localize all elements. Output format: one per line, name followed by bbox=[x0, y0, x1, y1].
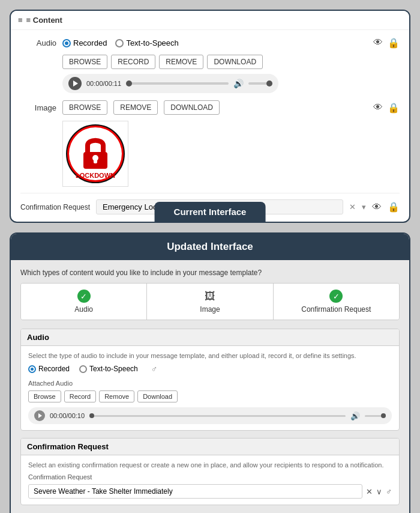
audio-type-button[interactable]: ✓ Audio bbox=[21, 284, 147, 320]
question-text: Which types of content would you like to… bbox=[20, 269, 400, 277]
image-placeholder-icon: 🖼 bbox=[203, 290, 217, 303]
audio-player: 00:00/00:11 🔊 bbox=[62, 74, 278, 93]
volume-icon[interactable]: 🔊 bbox=[233, 79, 244, 88]
remove-audio-button[interactable]: REMOVE bbox=[159, 55, 203, 69]
cf-input-row: Severe Weather - Take Shelter Immediatel… bbox=[28, 484, 392, 499]
radio-recorded-dot bbox=[62, 39, 71, 47]
updated-radio-tts[interactable]: Text-to-Speech bbox=[79, 365, 138, 373]
radio-tts-dot bbox=[115, 39, 124, 47]
radio-tts-label: Text-to-Speech bbox=[126, 38, 178, 47]
volume-dot bbox=[266, 80, 272, 87]
updated-remove-button[interactable]: Remove bbox=[99, 390, 134, 402]
audio-check-icon: ✓ bbox=[77, 290, 91, 303]
confirmation-check-icon: ✓ bbox=[329, 290, 343, 303]
audio-section-title: Audio bbox=[21, 329, 399, 346]
lockdown-image: LOCKDOWN bbox=[62, 121, 128, 187]
updated-radio-row: Recorded Text-to-Speech ♂ bbox=[28, 364, 392, 374]
cf-field-label: Confirmation Request bbox=[28, 473, 392, 481]
download-audio-button[interactable]: DOWNLOAD bbox=[207, 55, 263, 69]
play-button[interactable] bbox=[68, 77, 82, 90]
remove-image-button[interactable]: REMOVE bbox=[113, 100, 158, 115]
image-lock-icon[interactable]: 🔒 bbox=[388, 102, 400, 114]
cf-arrow-icon[interactable]: ▾ bbox=[362, 202, 366, 211]
download-image-button[interactable]: DOWNLOAD bbox=[164, 100, 220, 115]
progress-dot bbox=[126, 80, 132, 87]
browse-image-button[interactable]: BROWSE bbox=[62, 100, 107, 115]
audio-radio-group: Recorded Text-to-Speech bbox=[62, 38, 179, 47]
content-type-row: ✓ Audio 🖼 Image ✓ Confirmation Request bbox=[20, 283, 400, 320]
audio-section: Audio Select the type of audio to includ… bbox=[20, 329, 400, 431]
confirmation-type-button[interactable]: ✓ Confirmation Request bbox=[274, 284, 399, 320]
updated-browse-button[interactable]: Browse bbox=[28, 390, 61, 402]
updated-record-button[interactable]: Record bbox=[64, 390, 96, 402]
updated-progress-dot bbox=[89, 413, 94, 418]
current-interface-panel: ≡ ≡ Content Audio Recorded Text-to-Speec… bbox=[10, 10, 410, 223]
image-eye-icon[interactable]: 👁 bbox=[373, 102, 383, 114]
record-button[interactable]: RECORD bbox=[111, 55, 155, 69]
attached-audio-label: Attached Audio bbox=[28, 380, 392, 387]
volume-slider[interactable] bbox=[248, 82, 272, 85]
cf-field-value[interactable]: Severe Weather - Take Shelter Immediatel… bbox=[28, 484, 362, 499]
radio-recorded-label: Recorded bbox=[73, 38, 107, 47]
updated-volume-icon[interactable]: 🔊 bbox=[350, 411, 360, 420]
updated-audio-player: 00:00/00:10 🔊 bbox=[28, 407, 392, 424]
updated-radio-recorded-dot bbox=[28, 365, 36, 373]
cf-lock-icon[interactable]: 🔒 bbox=[388, 201, 400, 213]
lockdown-svg: LOCKDOWN bbox=[65, 124, 125, 184]
updated-btn-row: Browse Record Remove Download bbox=[28, 390, 392, 402]
updated-radio-recorded-label: Recorded bbox=[38, 365, 70, 373]
current-interface-badge: Current Interface bbox=[155, 202, 266, 222]
confirmation-section: Confirmation Request Select an existing … bbox=[20, 438, 400, 505]
audio-section-desc: Select the type of audio to include in y… bbox=[28, 352, 392, 359]
updated-header: Updated Interface bbox=[11, 234, 409, 260]
updated-audio-time: 00:00/00:10 bbox=[50, 412, 85, 419]
image-type-button[interactable]: 🖼 Image bbox=[147, 284, 273, 320]
radio-tts[interactable]: Text-to-Speech bbox=[115, 38, 178, 47]
svg-rect-4 bbox=[94, 158, 97, 163]
updated-radio-recorded[interactable]: Recorded bbox=[28, 365, 70, 373]
cf-record-icon[interactable]: ♂ bbox=[386, 487, 392, 496]
updated-volume-slider[interactable] bbox=[365, 415, 386, 417]
panel-title: ≡ Content bbox=[26, 16, 62, 25]
updated-play-button[interactable] bbox=[34, 410, 45, 421]
updated-volume-dot bbox=[381, 413, 386, 418]
updated-interface-panel: Updated Interface Which types of content… bbox=[10, 232, 410, 513]
cf-clear-icon[interactable]: ✕ bbox=[366, 487, 373, 496]
audio-type-label: Audio bbox=[74, 305, 93, 314]
progress-bar[interactable] bbox=[126, 82, 229, 85]
audio-time: 00:00/00:11 bbox=[86, 80, 121, 87]
updated-download-button[interactable]: Download bbox=[137, 390, 178, 402]
cf-section-title: Confirmation Request bbox=[21, 439, 399, 455]
updated-progress-bar[interactable] bbox=[89, 415, 346, 417]
cf-eye-icon[interactable]: 👁 bbox=[372, 202, 382, 213]
image-label: Image bbox=[20, 103, 56, 112]
browse-audio-button[interactable]: BROWSE bbox=[62, 55, 107, 69]
menu-icon: ≡ bbox=[18, 16, 23, 25]
updated-radio-tts-dot bbox=[79, 365, 87, 373]
cf-close-icon[interactable]: ✕ bbox=[349, 202, 356, 211]
svg-text:LOCKDOWN: LOCKDOWN bbox=[76, 172, 115, 179]
confirmation-label: Confirmation Request bbox=[20, 203, 90, 211]
image-type-label: Image bbox=[200, 305, 220, 314]
panel-header: ≡ ≡ Content bbox=[11, 11, 409, 30]
cf-section-desc: Select an existing confirmation request … bbox=[28, 461, 392, 469]
record-icon-button[interactable]: ♂ bbox=[151, 364, 158, 374]
updated-radio-tts-label: Text-to-Speech bbox=[89, 365, 138, 373]
audio-eye-icon[interactable]: 👁 bbox=[373, 37, 383, 49]
audio-lock-icon[interactable]: 🔒 bbox=[388, 37, 400, 49]
audio-label: Audio bbox=[20, 38, 56, 47]
confirmation-type-label: Confirmation Request bbox=[301, 305, 371, 314]
cf-down-icon[interactable]: ∨ bbox=[376, 487, 382, 496]
radio-recorded[interactable]: Recorded bbox=[62, 38, 107, 47]
